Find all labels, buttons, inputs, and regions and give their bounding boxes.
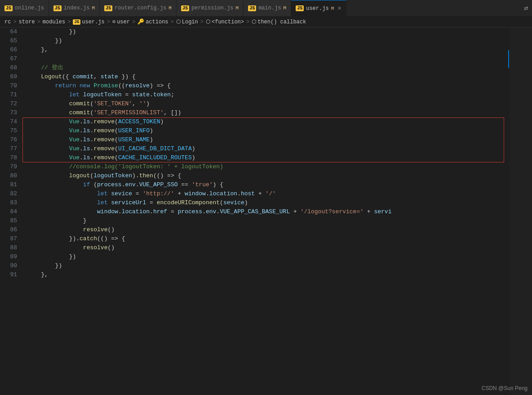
- code-line: resolve(): [27, 225, 504, 234]
- code-area[interactable]: }) }) }, // 登出 Logout({ commit, state })…: [22, 27, 504, 395]
- code-line: Vue.ls.remove(ACCESS_TOKEN): [27, 117, 504, 126]
- code-line: //console.log('logoutToken: ' + logoutTo…: [27, 162, 504, 171]
- code-line: }).catch(() => {: [27, 234, 504, 243]
- bc-part: store: [19, 19, 35, 25]
- line-number: 81: [2, 180, 17, 189]
- code-line: Vue.ls.remove(CACHE_INCLUDED_ROUTES): [27, 153, 504, 162]
- code-line: let sevice = 'http://' + window.location…: [27, 189, 504, 198]
- line-number: 66: [2, 45, 17, 54]
- line-number: 88: [2, 243, 17, 252]
- close-tab-button[interactable]: ×: [337, 5, 341, 12]
- line-number: 74: [2, 117, 17, 126]
- bc-part: modules: [43, 19, 65, 25]
- tab-actions[interactable]: ⇄: [520, 0, 532, 16]
- line-numbers: 6465666768697071727374757677787980818283…: [0, 27, 22, 395]
- line-number: 76: [2, 135, 17, 144]
- line-number: 82: [2, 189, 17, 198]
- bc-part: Login: [182, 19, 198, 25]
- line-number: 78: [2, 153, 17, 162]
- bc-icon: ⬡: [176, 18, 181, 25]
- line-number: 89: [2, 252, 17, 261]
- line-number: 86: [2, 225, 17, 234]
- line-number: 79: [2, 162, 17, 171]
- js-icon: JS: [53, 5, 62, 11]
- tab-label: user.js: [306, 5, 328, 12]
- tab-permission[interactable]: JS permission.js M: [177, 0, 244, 16]
- breadcrumb: rc > store > modules > JS user.js > ⊙ us…: [0, 17, 532, 27]
- line-number: 73: [2, 108, 17, 117]
- line-number: 87: [2, 234, 17, 243]
- code-line: Vue.ls.remove(UI_CACHE_DB_DICT_DATA): [27, 144, 504, 153]
- line-number: 91: [2, 270, 17, 279]
- code-line: return new Promise((resolve) => {: [27, 81, 504, 90]
- tab-index[interactable]: JS index.js M: [49, 0, 100, 16]
- code-line: },: [27, 45, 504, 54]
- js-icon: JS: [104, 5, 112, 11]
- code-line: logout(logoutToken).then(() => {: [27, 171, 504, 180]
- code-line: Vue.ls.remove(USER_NAME): [27, 135, 504, 144]
- watermark: CSDN @Sun Peng: [482, 385, 528, 391]
- bc-part: user.js: [82, 19, 104, 25]
- modified-indicator: M: [331, 6, 334, 11]
- tab-bar: JS online.js JS index.js M JS router.con…: [0, 0, 532, 17]
- code-line: }): [27, 252, 504, 261]
- code-line: }): [27, 36, 504, 45]
- line-number: 64: [2, 27, 17, 36]
- tab-label: main.js: [258, 5, 281, 11]
- code-line: window.location.href = process.env.VUE_A…: [27, 207, 504, 216]
- tab-label: index.js: [64, 5, 90, 11]
- modified-indicator: M: [236, 5, 239, 11]
- bc-icon: 🔑: [137, 18, 144, 25]
- line-number: 80: [2, 171, 17, 180]
- bc-part: <function>: [212, 19, 244, 25]
- minimap: [510, 27, 532, 395]
- code-line: commit('SET_TOKEN', ''): [27, 99, 504, 108]
- bc-part: actions: [146, 19, 168, 25]
- code-line: let logoutToken = state.token;: [27, 90, 504, 99]
- bc-js-icon: JS: [73, 19, 80, 25]
- editor-body: 6465666768697071727374757677787980818283…: [0, 27, 532, 395]
- code-line: if (process.env.VUE_APP_SSO == 'true') {: [27, 180, 504, 189]
- code-line: }: [27, 216, 504, 225]
- bc-part: then() callback: [257, 19, 306, 25]
- js-icon: JS: [181, 5, 189, 11]
- code-line: }): [27, 261, 504, 270]
- tab-main[interactable]: JS main.js M: [244, 0, 291, 16]
- line-number: 72: [2, 99, 17, 108]
- tab-router[interactable]: JS router.config.js M: [100, 0, 177, 16]
- line-number: 85: [2, 216, 17, 225]
- code-line: Logout({ commit, state }) {: [27, 72, 504, 81]
- editor-container: JS online.js JS index.js M JS router.con…: [0, 0, 532, 395]
- tab-user[interactable]: JS user.js M ×: [291, 0, 346, 16]
- code-line: resolve(): [27, 243, 504, 252]
- line-number: 77: [2, 144, 17, 153]
- modified-indicator: M: [284, 5, 287, 11]
- modified-indicator: M: [92, 5, 95, 11]
- bc-icon: ⬡: [206, 18, 210, 25]
- line-number: 83: [2, 198, 17, 207]
- modified-indicator: M: [168, 5, 172, 11]
- code-line: Vue.ls.remove(USER_INFO): [27, 126, 504, 135]
- bc-part: rc: [4, 19, 11, 25]
- tab-label: router.config.js: [115, 5, 166, 11]
- line-number: 67: [2, 54, 17, 63]
- code-line: commit('SET_PERMISSIONLIST', []): [27, 108, 504, 117]
- tab-online[interactable]: JS online.js: [0, 0, 49, 16]
- code-line: let serviceUrl = encodeURIComponent(sevi…: [27, 198, 504, 207]
- line-number: 68: [2, 63, 17, 72]
- line-number: 75: [2, 126, 17, 135]
- line-number: 69: [2, 72, 17, 81]
- code-line: }): [27, 27, 504, 36]
- line-number: 65: [2, 36, 17, 45]
- code-line: },: [27, 270, 504, 279]
- bc-part: user: [117, 19, 130, 25]
- js-icon: JS: [296, 5, 304, 11]
- tab-label: permission.js: [191, 5, 234, 11]
- line-number: 84: [2, 207, 17, 216]
- tab-label: online.js: [15, 5, 44, 11]
- code-line: [27, 54, 504, 63]
- bc-icon: ⬡: [252, 18, 256, 25]
- line-number: 90: [2, 261, 17, 270]
- js-icon: JS: [4, 5, 13, 11]
- line-number: 70: [2, 81, 17, 90]
